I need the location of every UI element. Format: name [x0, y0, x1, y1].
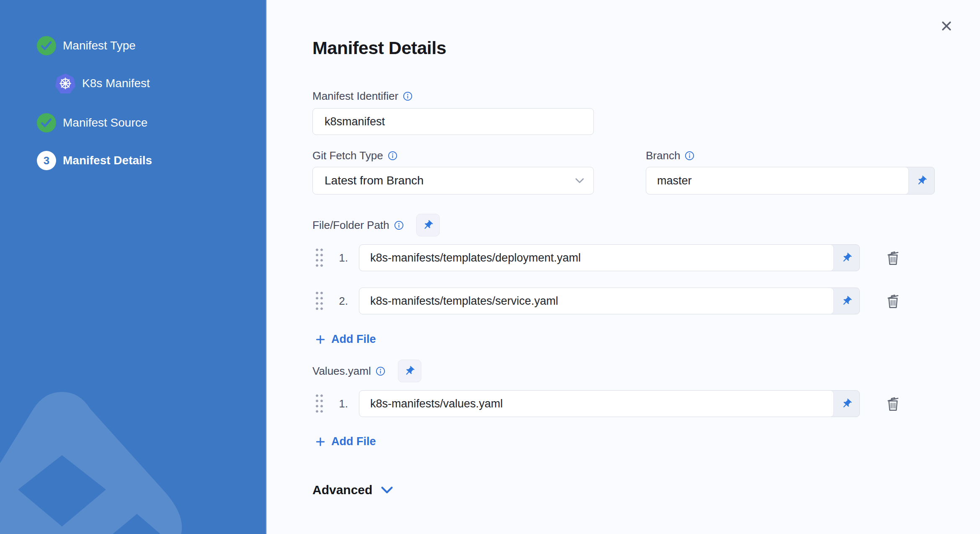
- row-index: 2.: [334, 295, 348, 308]
- drag-handle-icon[interactable]: [315, 247, 324, 268]
- values-path-pin-button[interactable]: [833, 391, 859, 417]
- info-icon[interactable]: [403, 91, 413, 101]
- pushpin-icon: [841, 296, 852, 307]
- close-button[interactable]: [936, 15, 957, 37]
- add-file-button[interactable]: Add File: [315, 333, 376, 346]
- delete-row-button[interactable]: [883, 291, 903, 311]
- pushpin-icon: [422, 220, 433, 231]
- info-icon[interactable]: [388, 151, 397, 161]
- info-icon[interactable]: [685, 151, 694, 161]
- sidebar-item-manifest-details[interactable]: 3 Manifest Details: [37, 151, 152, 170]
- pushpin-icon: [841, 252, 852, 264]
- sidebar-item-label: K8s Manifest: [82, 77, 150, 90]
- pushpin-icon: [916, 175, 927, 187]
- trash-icon: [883, 394, 903, 413]
- manifest-details-panel: Manifest Details Manifest Identifier Git…: [267, 0, 980, 534]
- add-file-button[interactable]: Add File: [315, 435, 376, 448]
- file-folder-path-pin-button[interactable]: [416, 214, 440, 236]
- kubernetes-icon: [55, 73, 75, 93]
- values-path-input[interactable]: [359, 391, 833, 417]
- values-yaml-pin-button[interactable]: [398, 360, 421, 382]
- values-path-input-group: [359, 390, 860, 417]
- branch-input-group: [646, 167, 935, 194]
- file-path-pin-button[interactable]: [833, 288, 859, 314]
- manifest-identifier-label: Manifest Identifier: [312, 90, 413, 103]
- check-circle-icon: [37, 36, 56, 55]
- row-index: 1.: [334, 397, 348, 410]
- branch-label: Branch: [646, 149, 694, 162]
- trash-icon: [883, 248, 903, 267]
- chevron-down-icon: [575, 178, 584, 184]
- row-index: 1.: [334, 251, 348, 264]
- file-path-input[interactable]: [359, 288, 833, 314]
- file-path-row: 1.: [312, 244, 903, 271]
- wizard-sidebar: Manifest Type K8s Manifest Manifest Sour…: [0, 0, 267, 534]
- file-path-input[interactable]: [359, 245, 833, 271]
- branch-input[interactable]: [646, 167, 908, 194]
- drag-handle-icon[interactable]: [315, 393, 324, 414]
- sidebar-item-label: Manifest Source: [63, 116, 147, 130]
- step-number-badge: 3: [37, 151, 56, 170]
- plus-icon: [315, 436, 326, 447]
- git-fetch-type-select[interactable]: Latest from Branch: [312, 167, 594, 194]
- file-path-input-group: [359, 244, 860, 271]
- branch-pin-button[interactable]: [908, 167, 934, 194]
- sidebar-item-label: Manifest Details: [63, 154, 152, 167]
- file-folder-path-label: File/Folder Path: [312, 219, 404, 232]
- sidebar-item-k8s-manifest[interactable]: K8s Manifest: [55, 73, 150, 93]
- sidebar-item-manifest-source[interactable]: Manifest Source: [37, 113, 147, 132]
- delete-row-button[interactable]: [883, 248, 903, 267]
- close-icon: [940, 20, 953, 32]
- chevron-down-icon: [381, 486, 393, 494]
- check-circle-icon: [37, 113, 56, 132]
- drag-handle-icon[interactable]: [315, 290, 324, 311]
- info-icon[interactable]: [394, 220, 404, 230]
- pushpin-icon: [404, 366, 415, 377]
- values-yaml-header: Values.yaml: [312, 360, 421, 382]
- trash-icon: [883, 291, 903, 311]
- file-path-input-group: [359, 288, 860, 314]
- sidebar-item-manifest-type[interactable]: Manifest Type: [37, 36, 136, 55]
- manifest-identifier-input[interactable]: [312, 108, 594, 135]
- file-folder-path-header: File/Folder Path: [312, 214, 440, 236]
- file-path-pin-button[interactable]: [833, 245, 859, 271]
- file-path-row: 2.: [312, 288, 903, 314]
- sidebar-item-label: Manifest Type: [63, 39, 136, 52]
- git-fetch-type-label: Git Fetch Type: [312, 149, 397, 162]
- plus-icon: [315, 334, 326, 345]
- pushpin-icon: [841, 398, 852, 410]
- info-icon[interactable]: [376, 366, 385, 376]
- values-yaml-label: Values.yaml: [312, 365, 385, 378]
- advanced-toggle[interactable]: Advanced: [312, 483, 393, 497]
- values-file-row: 1.: [312, 390, 903, 417]
- delete-row-button[interactable]: [883, 394, 903, 413]
- dialog-title: Manifest Details: [312, 38, 446, 58]
